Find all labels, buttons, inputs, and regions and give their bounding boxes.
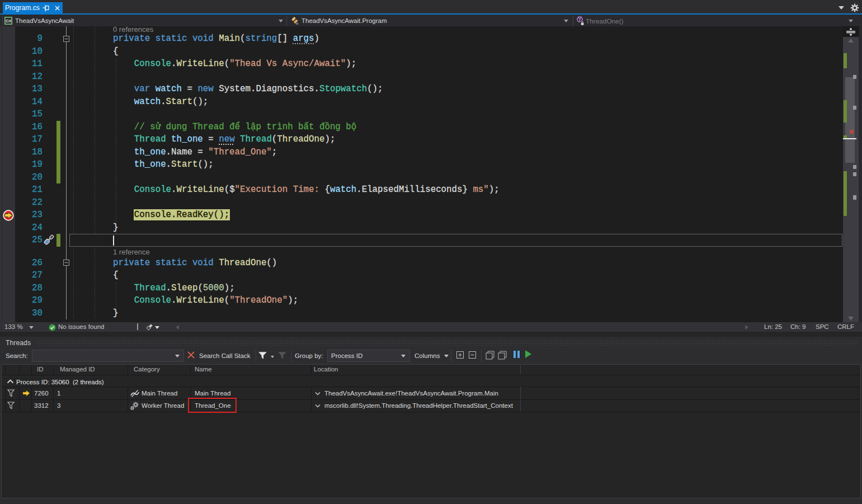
svg-text:C#: C# (6, 18, 12, 23)
